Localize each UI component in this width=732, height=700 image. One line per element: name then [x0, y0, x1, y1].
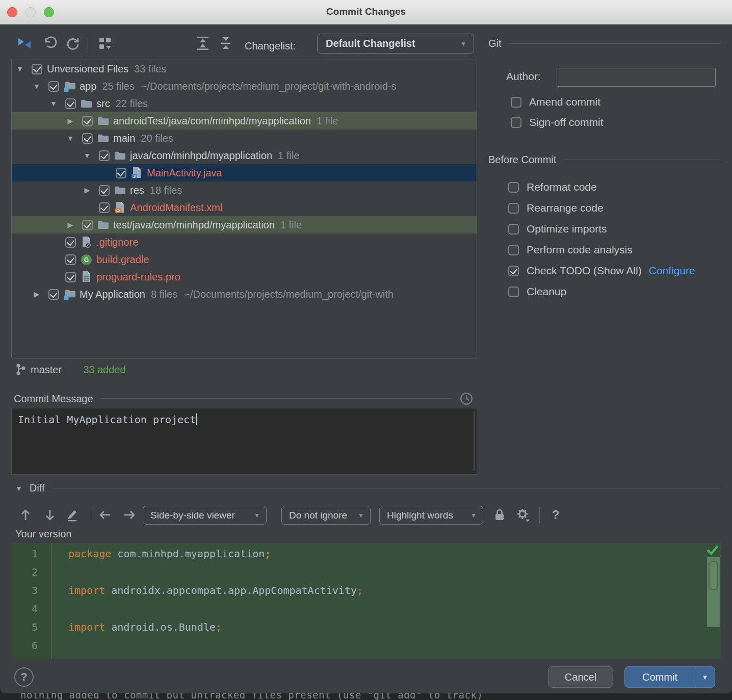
- signoff-commit-checkbox[interactable]: [511, 117, 521, 128]
- before-commit-checkbox[interactable]: [508, 245, 519, 255]
- amend-commit-checkbox[interactable]: [511, 97, 521, 108]
- tree-row-checkbox[interactable]: [82, 133, 93, 144]
- next-change-icon[interactable]: [122, 508, 137, 522]
- tree-row-checkbox[interactable]: [65, 237, 76, 248]
- history-clock-icon[interactable]: [459, 392, 474, 406]
- module-icon: [64, 288, 76, 300]
- added-files-count: 33 added: [83, 364, 125, 376]
- edit-source-icon[interactable]: [65, 508, 80, 522]
- folder-icon: [114, 184, 126, 196]
- tree-row[interactable]: ▶test/java/com/minhpd/myapplication1 fil…: [12, 216, 477, 234]
- before-commit-checkbox[interactable]: [508, 203, 519, 214]
- before-commit-option-row[interactable]: Rearrange code: [508, 202, 604, 214]
- svg-text:J: J: [133, 174, 136, 179]
- cancel-button[interactable]: Cancel: [548, 666, 613, 688]
- tree-row[interactable]: <>AndroidManifest.xml: [12, 199, 477, 216]
- show-diff-icon[interactable]: [17, 36, 32, 51]
- settings-gear-icon[interactable]: [516, 508, 530, 522]
- before-commit-option-row[interactable]: Reformat code: [508, 181, 597, 193]
- before-commit-checkbox[interactable]: [508, 182, 519, 193]
- chevron-expanded-icon[interactable]: ▼: [65, 134, 75, 142]
- chevron-down-icon: ▼: [460, 40, 466, 47]
- signoff-commit-label: Sign-off commit: [529, 116, 604, 128]
- author-input[interactable]: [557, 68, 716, 87]
- amend-commit-checkbox-row[interactable]: Amend commit: [511, 96, 600, 108]
- signoff-commit-checkbox-row[interactable]: Sign-off commit: [511, 116, 604, 128]
- tree-row-checkbox[interactable]: [99, 150, 110, 161]
- module-icon: [64, 80, 76, 92]
- commit-message-scrollbar[interactable]: [474, 411, 475, 471]
- highlight-mode-dropdown[interactable]: Highlight words ▼: [379, 506, 483, 525]
- changelist-dropdown[interactable]: Default Changelist ▼: [317, 34, 474, 54]
- text-caret: [196, 413, 197, 425]
- scrollbar-thumb[interactable]: [709, 561, 718, 590]
- group-by-icon[interactable]: [98, 36, 113, 51]
- before-commit-checkbox[interactable]: [508, 224, 519, 235]
- chevron-collapsed-icon[interactable]: ▶: [65, 117, 75, 125]
- tree-row-checkbox[interactable]: [65, 272, 76, 282]
- error-stripe-added[interactable]: [707, 557, 720, 627]
- tree-row-checkbox[interactable]: [65, 98, 76, 109]
- tree-row-checkbox[interactable]: [99, 202, 110, 213]
- diff-label: Diff: [30, 482, 45, 494]
- tree-row[interactable]: ▼Unversioned Files33 files: [12, 60, 477, 77]
- collapse-all-icon[interactable]: [218, 36, 233, 51]
- before-commit-option-row[interactable]: Cleanup: [508, 286, 566, 298]
- configure-link[interactable]: Configure: [649, 265, 695, 277]
- next-difference-icon[interactable]: [43, 508, 57, 522]
- xml-icon: <>: [114, 201, 126, 214]
- tree-row-checkbox[interactable]: [48, 289, 59, 300]
- commit-message-header: Commit Message: [14, 392, 474, 406]
- chevron-collapsed-icon[interactable]: ▶: [82, 186, 92, 194]
- collapse-diff-icon[interactable]: ▼: [15, 484, 22, 492]
- tree-row[interactable]: JMainActivity.java: [12, 164, 477, 182]
- viewer-mode-dropdown[interactable]: Side-by-side viewer ▼: [143, 506, 267, 525]
- tree-row[interactable]: ▼app25 files~/Documents/projects/medium_…: [12, 77, 477, 95]
- tree-row-checkbox[interactable]: [65, 254, 76, 265]
- tree-row[interactable]: ▶My Application8 files~/Documents/projec…: [12, 286, 477, 303]
- before-commit-checkbox[interactable]: [508, 266, 519, 276]
- previous-change-icon[interactable]: [98, 508, 112, 522]
- tree-row[interactable]: ▶res18 files: [12, 182, 477, 199]
- chevron-expanded-icon[interactable]: ▼: [48, 99, 59, 108]
- tree-row[interactable]: Gbuild.gradle: [12, 251, 477, 268]
- chevron-expanded-icon[interactable]: ▼: [15, 65, 25, 73]
- tree-row-checkbox[interactable]: [48, 81, 59, 92]
- tree-row-name: Unversioned Files: [47, 63, 128, 75]
- chevron-collapsed-icon[interactable]: ▶: [32, 290, 42, 298]
- commit-options-arrow[interactable]: ▼: [695, 673, 715, 681]
- expand-all-icon[interactable]: [195, 36, 211, 51]
- help-button[interactable]: ?: [14, 667, 34, 687]
- chevron-collapsed-icon[interactable]: ▶: [65, 221, 75, 229]
- rollback-icon[interactable]: [43, 36, 58, 51]
- diff-help-icon[interactable]: ?: [548, 508, 563, 522]
- chevron-expanded-icon[interactable]: ▼: [32, 82, 42, 90]
- before-commit-option-row[interactable]: Check TODO (Show All)Configure: [508, 265, 695, 277]
- diff-code-viewer[interactable]: 1package com.minhpd.myapplication;23impo…: [11, 543, 721, 659]
- chevron-expanded-icon[interactable]: ▼: [82, 151, 92, 160]
- tree-row[interactable]: ▼java/com/minhpd/myapplication1 file: [12, 147, 477, 164]
- tree-row[interactable]: .gitignore: [12, 234, 477, 251]
- tree-row-checkbox[interactable]: [32, 64, 42, 74]
- before-commit-option-row[interactable]: Perform code analysis: [508, 244, 633, 256]
- tree-row[interactable]: proguard-rules.pro: [12, 268, 477, 286]
- gradle-icon: G: [81, 253, 93, 266]
- before-commit-checkbox[interactable]: [508, 287, 519, 297]
- tree-row-name: AndroidManifest.xml: [130, 202, 222, 214]
- ignore-policy-dropdown[interactable]: Do not ignore ▼: [281, 506, 371, 525]
- tree-row-checkbox[interactable]: [99, 185, 110, 196]
- lock-icon[interactable]: [492, 508, 507, 522]
- previous-difference-icon[interactable]: [18, 508, 33, 522]
- tree-row-name: test/java/com/minhpd/myapplication: [113, 219, 275, 231]
- commit-button[interactable]: Commit ▼: [624, 666, 715, 688]
- commit-message-input[interactable]: Initial MyApplication project: [11, 408, 477, 475]
- tree-row[interactable]: ▶androidTest/java/com/minhpd/myapplicati…: [12, 112, 477, 129]
- tree-row-checkbox[interactable]: [82, 116, 93, 126]
- line-number: 2: [11, 563, 38, 581]
- tree-row-checkbox[interactable]: [116, 168, 126, 178]
- tree-row[interactable]: ▼src22 files: [12, 95, 477, 112]
- refresh-icon[interactable]: [65, 36, 81, 51]
- tree-row-checkbox[interactable]: [82, 220, 93, 230]
- tree-row[interactable]: ▼main20 files: [12, 129, 477, 147]
- before-commit-option-row[interactable]: Optimize imports: [508, 223, 607, 235]
